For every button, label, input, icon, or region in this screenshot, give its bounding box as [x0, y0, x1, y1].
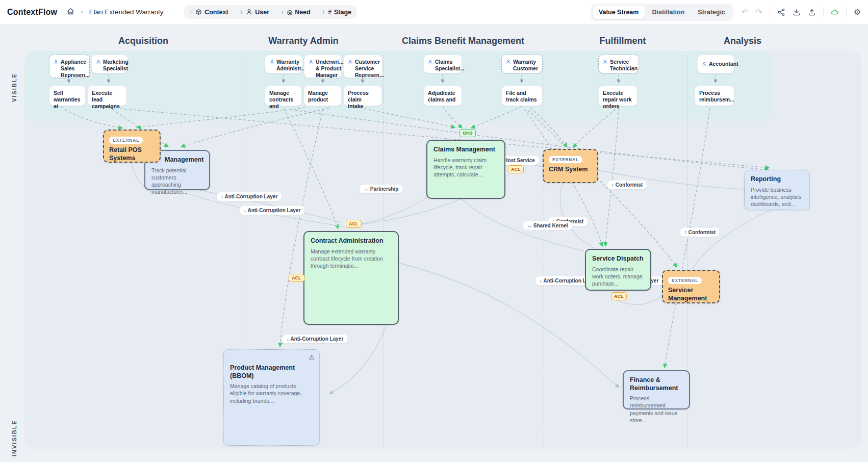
plus-icon: +: [280, 8, 285, 16]
context-title: Service Dispatch: [592, 255, 644, 263]
sync-status-button[interactable]: [831, 8, 839, 16]
role-card[interactable]: Underwri... & Product Manager: [304, 55, 342, 78]
role-card[interactable]: Warranty Customer: [501, 55, 543, 73]
relationship-label-acl[interactable]: ↓ Anti-Corruption Layer: [217, 192, 282, 201]
add-user-button[interactable]: + User: [240, 8, 269, 16]
context-title: Retail POS Systems: [109, 146, 155, 162]
lane-label-invisible: INVISIBLE: [11, 409, 17, 456]
acl-badge[interactable]: ACL: [346, 220, 362, 228]
home-button[interactable]: [66, 7, 75, 17]
role-name: Service Technician: [610, 59, 637, 72]
person-icon: [96, 59, 101, 64]
context-description: Process reimbursement payments and issue…: [630, 395, 683, 424]
tab-strategic[interactable]: Strategic: [692, 6, 731, 19]
cube-icon: [195, 9, 202, 15]
role-card[interactable]: Warranty Administr...: [265, 55, 302, 73]
role-name: Warranty Administr...: [276, 59, 305, 72]
role-name: Claims Specialist...: [435, 59, 465, 72]
settings-button[interactable]: ⚙: [854, 8, 861, 16]
add-need-button[interactable]: + ◎ Need: [280, 8, 311, 16]
lane-label-visible: VISIBLE: [11, 53, 17, 102]
activity-card[interactable]: Process claim intake: [343, 86, 382, 106]
role-card[interactable]: Appliance Sales Represen...: [49, 55, 90, 78]
upload-icon: [809, 9, 814, 15]
context-description: Track potential customers approaching ma…: [151, 167, 203, 196]
context-retail-pos-systems[interactable]: EXTERNAL Retail POS Systems: [103, 130, 161, 163]
add-need-label: Need: [295, 9, 311, 16]
person-icon: [506, 59, 511, 64]
context-product-management[interactable]: ⚠ Product Management (BBOM) Manage catal…: [223, 349, 320, 446]
context-servicer-management[interactable]: EXTERNAL Servicer Management: [662, 270, 720, 303]
role-card[interactable]: Accountant: [697, 55, 734, 73]
activity-card[interactable]: Execute repair work orders: [598, 86, 637, 106]
person-icon: [309, 59, 314, 64]
activity-card[interactable]: Manage contracts and: [265, 86, 302, 106]
external-badge: EXTERNAL: [549, 156, 582, 163]
role-card[interactable]: Customer Service Represen...: [343, 55, 382, 78]
activity-card[interactable]: Sell warranties at: [49, 86, 86, 106]
relationship-label-acl[interactable]: ↓ Anti-Corruption Layer: [283, 335, 347, 343]
download-icon: [794, 9, 799, 15]
stage-header-fulfillment[interactable]: Fulfillment: [600, 36, 646, 46]
context-title: Servicer Management: [668, 287, 714, 302]
activity-card[interactable]: Process reimbursem...: [695, 86, 734, 106]
gear-icon: ⚙: [854, 8, 861, 16]
stage-header-acquisition[interactable]: Acquisition: [118, 36, 168, 46]
context-reporting[interactable]: Reporting Provide business intelligence,…: [744, 170, 810, 210]
context-description: Coordinate repair work orders, manage pu…: [592, 266, 644, 288]
acl-badge[interactable]: ACL: [508, 165, 524, 173]
add-stage-button[interactable]: + # Stage: [322, 8, 351, 16]
context-service-dispatch[interactable]: Service Dispatch Coordinate repair work …: [585, 249, 651, 291]
role-card[interactable]: Marketing Specialist: [91, 55, 128, 73]
undo-button[interactable]: ↶: [742, 8, 748, 16]
context-title: Claims Management: [433, 146, 498, 154]
top-bar: ContextFlow • Elan Extended Warranty + C…: [0, 0, 868, 24]
role-card[interactable]: Service Technician: [598, 55, 639, 73]
warning-icon: ⚠: [309, 353, 315, 361]
add-stage-label: Stage: [334, 9, 351, 16]
role-name: Warranty Customer: [513, 59, 538, 72]
context-crm-system[interactable]: EXTERNAL CRM System: [543, 149, 598, 183]
context-claims-management[interactable]: Claims Management Handle warranty claim …: [426, 140, 505, 199]
acl-badge[interactable]: ACL: [611, 292, 627, 300]
stage-separator: [544, 55, 544, 447]
stage-header-claims-benefit[interactable]: Claims Benefit Management: [402, 36, 524, 46]
role-name: Appliance Sales Represen...: [61, 59, 90, 79]
relationship-label-shared-kernel[interactable]: ↔ Shared Kernel: [523, 221, 572, 230]
ohs-badge[interactable]: OHS: [459, 129, 476, 137]
context-description: Manage catalog of products eligible for …: [230, 382, 313, 404]
activity-card[interactable]: Manage product: [303, 86, 342, 106]
tab-value-stream[interactable]: Value Stream: [593, 6, 645, 19]
person-icon: [246, 9, 252, 15]
relationship-label-conformist[interactable]: ↑ Conformist: [607, 181, 647, 189]
context-contract-administration[interactable]: Contract Administration Manage extended …: [303, 231, 399, 325]
redo-icon: ↷: [755, 8, 762, 16]
download-button[interactable]: [793, 8, 801, 16]
activity-card[interactable]: File and track claims: [501, 86, 543, 106]
role-name: Underwri... & Product Manager: [316, 59, 343, 79]
context-description: Manage extended warranty contract lifecy…: [311, 248, 392, 270]
context-title: Management: [165, 156, 203, 164]
activity-card[interactable]: Adjudicate claims and: [423, 86, 462, 106]
acl-badge[interactable]: ACL: [289, 274, 304, 282]
relationship-label-partnership[interactable]: ↔ Partnership: [360, 185, 402, 193]
person-icon: [269, 59, 274, 64]
tab-distillation[interactable]: Distillation: [646, 6, 691, 19]
add-user-label: User: [255, 9, 269, 16]
context-finance-reimbursement[interactable]: Finance & Reimbursement Process reimburs…: [623, 370, 690, 409]
stage-header-warranty-admin[interactable]: Warranty Admin: [268, 36, 339, 46]
context-title: Reporting: [751, 175, 803, 184]
project-title[interactable]: Elan Extended Warranty: [89, 8, 164, 16]
share-button[interactable]: [777, 8, 785, 16]
hash-icon: #: [328, 9, 331, 16]
add-context-label: Context: [205, 9, 228, 16]
relationship-label-conformist[interactable]: ↑ Conformist: [680, 228, 720, 237]
role-card[interactable]: Claims Specialist...: [423, 55, 462, 73]
relationship-label-acl[interactable]: ↓ Anti-Corruption Layer: [240, 206, 304, 215]
activity-card[interactable]: Execute lead campaigns: [87, 86, 127, 106]
upload-button[interactable]: [808, 8, 816, 16]
divider: [846, 7, 847, 17]
redo-button[interactable]: ↷: [755, 8, 762, 16]
add-context-button[interactable]: + Context: [189, 8, 228, 16]
stage-header-analysis[interactable]: Analysis: [724, 36, 761, 46]
